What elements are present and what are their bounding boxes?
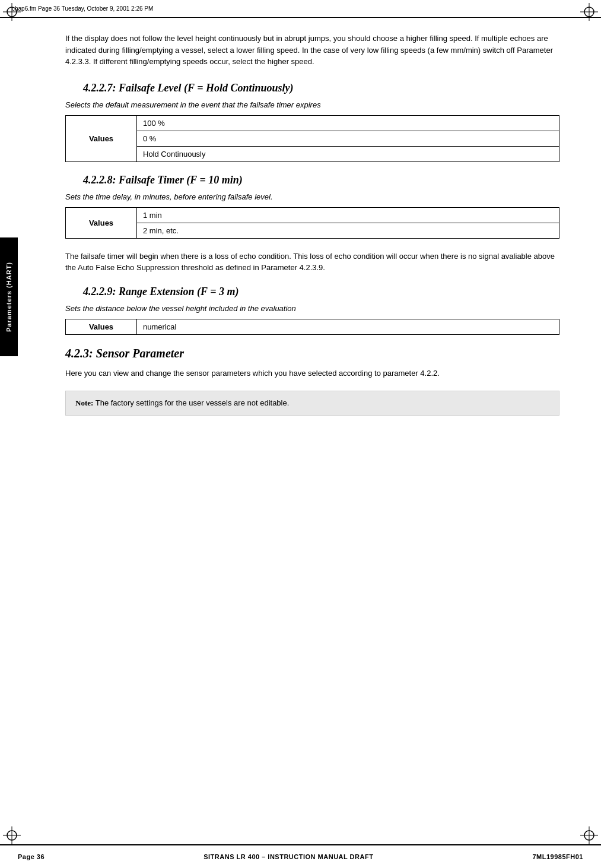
footer-left: Page 36 bbox=[18, 853, 44, 860]
table-row: Values 1 min bbox=[66, 207, 559, 223]
body-text-228: The failsafe timer will begin when there… bbox=[65, 251, 559, 274]
reg-mark-tr bbox=[580, 3, 598, 21]
footer-right: 7ML19985FH01 bbox=[533, 853, 584, 860]
note-label: Note: bbox=[75, 398, 93, 407]
note-text: The factory settings for the user vessel… bbox=[96, 398, 290, 407]
top-bar: chap6.fm Page 36 Tuesday, October 9, 200… bbox=[0, 0, 601, 18]
value-cell-0: 0 % bbox=[137, 131, 559, 146]
footer-center: SITRANS LR 400 – INSTRUCTION MANUAL DRAF… bbox=[203, 853, 373, 860]
footer: Page 36 SITRANS LR 400 – INSTRUCTION MAN… bbox=[0, 844, 601, 868]
value-cell-numerical: numerical bbox=[137, 319, 559, 334]
table-row: 0 % bbox=[66, 131, 559, 146]
section-227-heading: 4.2.2.7: Failsafe Level (F = Hold Contin… bbox=[65, 82, 559, 94]
table-row: Values 100 % bbox=[66, 115, 559, 131]
value-cell-hold: Hold Continuously bbox=[137, 146, 559, 161]
main-content: If the display does not follow the level… bbox=[59, 21, 565, 838]
values-label-229: Values bbox=[66, 319, 137, 334]
table-row: Hold Continuously bbox=[66, 146, 559, 161]
value-cell-100: 100 % bbox=[137, 115, 559, 131]
section-229-subtitle: Sets the distance below the vessel heigh… bbox=[65, 304, 559, 313]
table-row: Values numerical bbox=[66, 319, 559, 334]
section-227-subtitle: Selects the default measurement in the e… bbox=[65, 100, 559, 109]
section-423-heading: 4.2.3: Sensor Parameter bbox=[65, 347, 559, 360]
filename-label: chap6.fm Page 36 Tuesday, October 9, 200… bbox=[12, 5, 153, 12]
section-228-subtitle: Sets the time delay, in minutes, before … bbox=[65, 192, 559, 201]
page-container: chap6.fm Page 36 Tuesday, October 9, 200… bbox=[0, 0, 601, 868]
section-228-heading: 4.2.2.8: Failsafe Timer (F = 10 min) bbox=[65, 174, 559, 186]
reg-mark-tl bbox=[3, 3, 21, 21]
values-label-227: Values bbox=[66, 115, 137, 161]
table-row: 2 min, etc. bbox=[66, 223, 559, 238]
section-423-body: Here you can view and change the sensor … bbox=[65, 368, 559, 379]
section-228-table: Values 1 min 2 min, etc. bbox=[65, 207, 559, 239]
reg-mark-bl bbox=[3, 826, 21, 844]
section-229-heading: 4.2.2.9: Range Extension (F = 3 m) bbox=[65, 286, 559, 298]
section-229-table: Values numerical bbox=[65, 319, 559, 335]
reg-mark-br bbox=[580, 826, 598, 844]
section-227-table: Values 100 % 0 % Hold Continuously bbox=[65, 115, 559, 162]
value-cell-1min: 1 min bbox=[137, 207, 559, 223]
value-cell-2min: 2 min, etc. bbox=[137, 223, 559, 238]
note-box: Note: The factory settings for the user … bbox=[65, 391, 559, 416]
sidebar-label: Parameters (HART) bbox=[0, 237, 18, 356]
intro-paragraph: If the display does not follow the level… bbox=[65, 33, 559, 68]
values-label-228: Values bbox=[66, 207, 137, 238]
